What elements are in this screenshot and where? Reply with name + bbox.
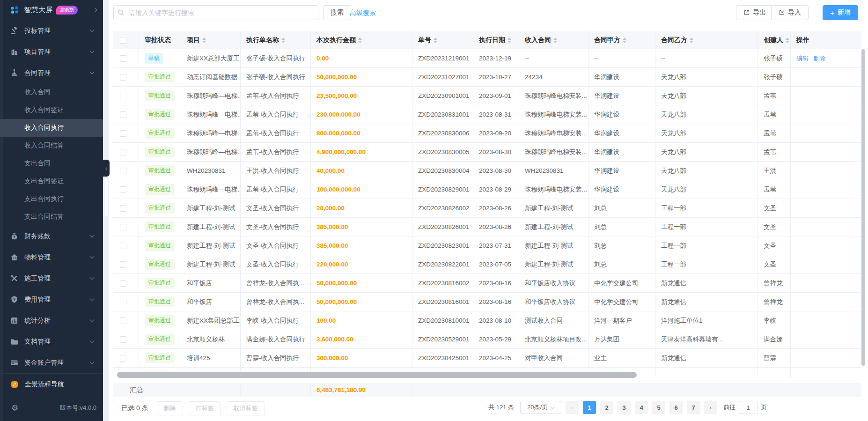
sort-icon[interactable] (553, 37, 557, 43)
sort-desc-icon[interactable] (786, 41, 789, 43)
export-button[interactable]: 导出 (736, 5, 773, 20)
table-header-creator[interactable]: 创建人 (758, 31, 791, 49)
untag-button[interactable]: 取消标签 (227, 401, 265, 415)
goto-page-input[interactable] (739, 401, 758, 414)
sort-desc-icon[interactable] (281, 41, 285, 43)
sort-asc-icon[interactable] (358, 37, 362, 40)
sidebar-item-document-management[interactable]: 文档管理 (0, 331, 103, 352)
sidebar-item-project-management[interactable]: 项目管理 (0, 41, 103, 62)
row-checkbox[interactable] (120, 299, 126, 305)
select-all-checkbox[interactable] (120, 37, 126, 44)
search-button[interactable]: 搜索 (323, 5, 351, 20)
sidebar-item-expense-contract[interactable]: 支出合同 (0, 155, 103, 172)
vertical-scrollbar-thumb[interactable] (861, 49, 865, 366)
sort-icon[interactable] (202, 37, 206, 43)
sort-icon[interactable] (358, 37, 362, 43)
sidebar-item-income-contract[interactable]: 收入合同 (0, 83, 103, 101)
page-size-select[interactable]: 20条/页 (520, 401, 561, 414)
gear-icon[interactable]: ⚙ (11, 403, 18, 413)
sort-asc-icon[interactable] (786, 37, 789, 40)
sidebar-scrollbar-track[interactable] (103, 0, 109, 421)
table-header-income_contract[interactable]: 收入合同 (519, 31, 588, 49)
search-input[interactable] (113, 5, 318, 20)
sidebar-item-process-navigation[interactable]: 全景流程导航 (0, 374, 103, 395)
sort-icon[interactable] (690, 37, 693, 43)
row-checkbox[interactable] (120, 186, 126, 193)
sidebar-collapse-button[interactable]: ‹ (103, 160, 110, 177)
sidebar-item-expense-contract-execution[interactable]: 支出合同执行 (0, 190, 103, 208)
sidebar-item-statistics-analysis[interactable]: 统计分析 (0, 310, 103, 331)
delete-link[interactable]: 删除 (813, 54, 825, 63)
sidebar-item-material-management[interactable]: 物料管理 (0, 247, 103, 268)
sort-asc-icon[interactable] (553, 37, 557, 40)
page-button-7[interactable]: 7 (687, 401, 700, 414)
sidebar-item-fund-account-management[interactable]: 资金账户管理 (0, 352, 103, 373)
sidebar-item-expense-contract-visa[interactable]: 支出合同签证 (0, 172, 103, 190)
row-checkbox[interactable] (120, 355, 126, 362)
sort-desc-icon[interactable] (434, 41, 437, 43)
row-checkbox[interactable] (120, 111, 126, 118)
row-checkbox[interactable] (120, 168, 126, 174)
sidebar-scrollbar-thumb[interactable] (104, 177, 108, 217)
sort-asc-icon[interactable] (281, 37, 285, 40)
page-button-6[interactable]: 6 (669, 401, 683, 414)
tag-button[interactable]: 打标签 (189, 401, 221, 415)
sort-asc-icon[interactable] (508, 37, 511, 40)
table-header-order_no[interactable]: 单号 (412, 31, 473, 49)
sidebar-item-construction-management[interactable]: 施工管理 (0, 268, 103, 289)
sidebar-item-income-contract-visa[interactable]: 收入合同签证 (0, 101, 103, 119)
sidebar-item-bid-management[interactable]: 投标管理 (0, 20, 103, 41)
next-page-button[interactable]: › (704, 401, 717, 414)
table-header-party_b[interactable]: 合同乙方 (655, 31, 758, 49)
row-checkbox[interactable] (120, 318, 126, 324)
sort-icon[interactable] (786, 37, 789, 43)
sort-icon[interactable] (508, 37, 511, 43)
advanced-search-link[interactable]: 高级搜索 (350, 9, 376, 17)
sort-icon[interactable] (281, 37, 285, 43)
import-button[interactable]: 导入 (771, 5, 809, 20)
row-checkbox[interactable] (120, 130, 126, 137)
create-button[interactable]: + 新增 (823, 5, 858, 20)
sort-desc-icon[interactable] (553, 41, 557, 43)
page-button-5[interactable]: 5 (652, 401, 665, 414)
row-checkbox[interactable] (120, 243, 126, 249)
page-button-3[interactable]: 3 (618, 401, 631, 414)
row-checkbox[interactable] (120, 224, 126, 230)
sidebar-logo-row[interactable]: 智慧大屏 旗舰版 (0, 0, 103, 20)
table-header-exec_name[interactable]: 执行单名称 (241, 31, 311, 49)
sidebar-item-expense-management[interactable]: ¥费用管理 (0, 289, 103, 310)
sort-asc-icon[interactable] (434, 37, 437, 40)
row-checkbox[interactable] (120, 149, 126, 155)
sidebar-item-expense-contract-settlement[interactable]: 支出合同结算 (0, 208, 103, 226)
row-checkbox[interactable] (120, 93, 126, 99)
sidebar-item-income-contract-execution[interactable]: 收入合同执行 (0, 119, 103, 137)
page-button-2[interactable]: 2 (600, 401, 613, 414)
sort-icon[interactable] (434, 37, 437, 43)
row-checkbox[interactable] (120, 336, 126, 343)
edit-link[interactable]: 编辑 (796, 54, 809, 63)
sort-asc-icon[interactable] (690, 37, 693, 40)
sort-desc-icon[interactable] (690, 41, 693, 43)
sidebar-item-finance-accounts[interactable]: ¥财务账款 (0, 226, 103, 247)
row-checkbox[interactable] (120, 280, 126, 287)
sort-icon[interactable] (623, 37, 626, 43)
table-header-party_a[interactable]: 合同甲方 (588, 31, 655, 49)
table-header-exec_date[interactable]: 执行日期 (473, 31, 519, 49)
row-checkbox[interactable] (120, 74, 126, 81)
page-button-1[interactable]: 1 (583, 401, 596, 414)
sort-asc-icon[interactable] (202, 37, 206, 40)
sort-desc-icon[interactable] (202, 41, 206, 43)
row-checkbox[interactable] (120, 55, 126, 62)
sidebar-item-income-contract-settlement[interactable]: 收入合同结算 (0, 137, 103, 155)
prev-page-button[interactable]: ‹ (566, 401, 579, 414)
sidebar-item-contract-management[interactable]: 合同管理 (0, 62, 103, 83)
page-button-4[interactable]: 4 (635, 401, 648, 414)
sort-asc-icon[interactable] (623, 37, 626, 40)
row-checkbox[interactable] (120, 205, 126, 212)
horizontal-scrollbar-thumb[interactable] (117, 372, 637, 378)
sort-desc-icon[interactable] (358, 41, 362, 43)
row-checkbox[interactable] (120, 261, 126, 268)
sort-desc-icon[interactable] (623, 41, 626, 43)
table-header-project[interactable]: 项目 (181, 31, 241, 49)
sort-desc-icon[interactable] (508, 41, 511, 43)
